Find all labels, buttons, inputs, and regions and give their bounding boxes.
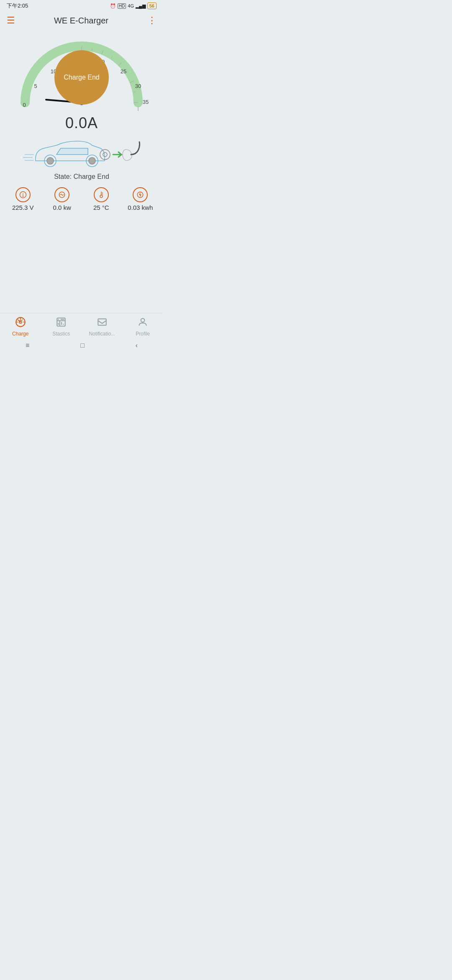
temperature-value: 25 °C — [93, 204, 109, 211]
bottom-nav: Charge Stastics Notificatio... — [0, 313, 163, 338]
svg-line-51 — [21, 320, 22, 320]
power-icon — [54, 187, 69, 202]
system-menu-button[interactable]: ≡ — [26, 342, 29, 349]
more-options-icon[interactable]: ⋮ — [147, 15, 157, 26]
energy-icon — [133, 187, 148, 202]
system-back-button[interactable]: ‹ — [136, 342, 138, 349]
signal-icon: 4G — [128, 3, 134, 8]
stat-voltage: 225.3 V — [3, 187, 43, 211]
profile-nav-label: Profile — [136, 331, 150, 337]
notifications-nav-label: Notificatio... — [89, 331, 115, 337]
svg-point-35 — [100, 150, 110, 160]
charge-end-button[interactable]: Charge End — [54, 50, 109, 105]
hd-icon: HD — [118, 3, 126, 9]
stastics-nav-label: Stastics — [52, 331, 70, 337]
stat-power: 0.0 kw — [43, 187, 82, 211]
car-illustration — [23, 134, 140, 171]
stat-energy: 0.03 kwh — [121, 187, 160, 211]
notifications-nav-icon — [97, 317, 108, 330]
nav-item-profile[interactable]: Profile — [123, 317, 164, 337]
svg-text:0: 0 — [23, 102, 26, 108]
alarm-icon: ⏰ — [110, 3, 116, 9]
charge-nav-icon — [15, 317, 26, 330]
current-reading: 0.0A — [65, 114, 98, 132]
stastics-nav-icon — [56, 317, 67, 330]
status-time: 下午2:05 — [7, 2, 28, 10]
gauge-container: 0 5 10 15 20 25 30 35 — [0, 29, 163, 214]
svg-text:5: 5 — [34, 83, 37, 89]
energy-value: 0.03 kwh — [128, 204, 153, 211]
svg-text:35: 35 — [143, 99, 149, 105]
svg-point-30 — [47, 157, 54, 164]
svg-point-31 — [89, 157, 95, 164]
status-icons: ⏰ HD 4G ▂▄▆ 56 — [110, 3, 157, 9]
top-bar: ☰ WE E-Charger ⋮ — [0, 12, 163, 29]
svg-point-36 — [103, 152, 107, 157]
nav-item-charge[interactable]: Charge — [0, 317, 41, 337]
system-nav: ≡ □ ‹ — [0, 340, 163, 351]
profile-nav-icon — [137, 317, 148, 330]
svg-point-41 — [100, 195, 103, 198]
signal-bars: ▂▄▆ — [136, 3, 146, 9]
nav-item-notifications[interactable]: Notificatio... — [82, 317, 123, 337]
stat-temperature: 25 °C — [82, 187, 121, 211]
voltage-icon — [15, 187, 31, 202]
hamburger-menu-icon[interactable]: ☰ — [7, 15, 15, 26]
voltage-value: 225.3 V — [12, 204, 34, 211]
svg-text:30: 30 — [135, 83, 141, 89]
svg-text:25: 25 — [121, 68, 126, 75]
stats-row: 225.3 V 0.0 kw — [0, 181, 163, 214]
status-bar: 下午2:05 ⏰ HD 4G ▂▄▆ 56 — [0, 0, 163, 12]
temperature-icon — [94, 187, 109, 202]
svg-point-39 — [23, 196, 23, 196]
charge-nav-label: Charge — [12, 331, 28, 337]
battery-level: 56 — [147, 3, 157, 9]
gauge-wrapper: 0 5 10 15 20 25 30 35 — [13, 34, 151, 111]
power-value: 0.0 kw — [53, 204, 71, 211]
svg-point-62 — [141, 318, 145, 322]
app-title: WE E-Charger — [54, 16, 108, 26]
system-home-button[interactable]: □ — [80, 342, 85, 349]
nav-item-stastics[interactable]: Stastics — [41, 317, 82, 337]
state-text: State: Charge End — [54, 173, 109, 181]
